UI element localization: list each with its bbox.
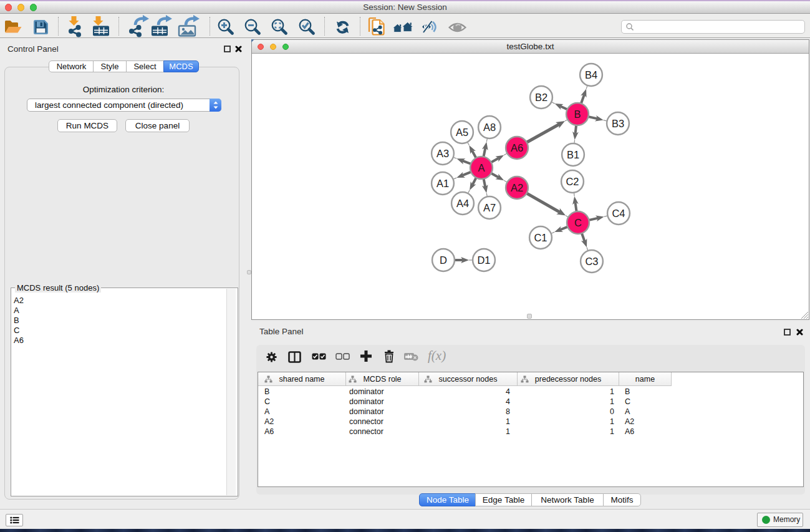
svg-text:A3: A3 bbox=[436, 148, 449, 159]
svg-text:A7: A7 bbox=[483, 202, 496, 213]
svg-text:C: C bbox=[574, 217, 582, 228]
svg-text:B4: B4 bbox=[585, 69, 597, 80]
svg-text:D1: D1 bbox=[477, 254, 490, 266]
svg-text:A2: A2 bbox=[511, 182, 523, 193]
svg-text:A5: A5 bbox=[456, 127, 468, 138]
svg-text:A: A bbox=[478, 162, 485, 173]
svg-text:A6: A6 bbox=[511, 142, 523, 153]
svg-text:A4: A4 bbox=[456, 198, 469, 209]
svg-text:C3: C3 bbox=[585, 256, 598, 267]
svg-text:A8: A8 bbox=[483, 122, 496, 133]
svg-text:B1: B1 bbox=[567, 149, 579, 160]
svg-text:C4: C4 bbox=[612, 208, 625, 219]
svg-text:B2: B2 bbox=[535, 92, 547, 103]
svg-text:C2: C2 bbox=[566, 176, 579, 187]
svg-text:C1: C1 bbox=[534, 232, 547, 243]
svg-text:B: B bbox=[574, 109, 581, 120]
svg-text:B3: B3 bbox=[612, 118, 624, 129]
svg-text:A1: A1 bbox=[436, 178, 449, 189]
svg-text:D: D bbox=[440, 254, 447, 266]
